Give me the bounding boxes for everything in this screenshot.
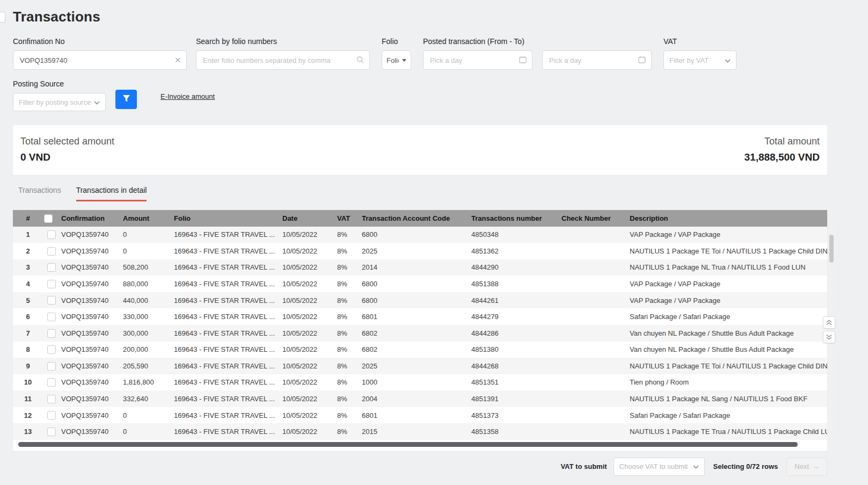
posted-to-input[interactable] bbox=[548, 56, 638, 65]
cell-check_number bbox=[557, 390, 625, 407]
tab-transactions[interactable]: Transactions bbox=[18, 186, 61, 201]
cell-num: 9 bbox=[13, 358, 43, 374]
row-checkbox[interactable] bbox=[47, 378, 56, 387]
cell-amount: 330,000 bbox=[119, 308, 170, 325]
table-scroll-area[interactable]: #ConfirmationAmountFolioDateVATTransacti… bbox=[13, 210, 827, 440]
posting-source-label: Posting Source bbox=[13, 79, 106, 88]
row-checkbox[interactable] bbox=[47, 263, 56, 272]
cell-num: 11 bbox=[13, 390, 43, 407]
row-checkbox-cell bbox=[43, 342, 57, 358]
cell-date: 10/05/2022 bbox=[278, 423, 333, 440]
row-checkbox-cell bbox=[43, 243, 57, 259]
table-row: 5VOPQ1359740440,000169643 - FIVE STAR TR… bbox=[13, 292, 827, 309]
column-header-transactions-number: Transactions number bbox=[467, 210, 557, 227]
cell-vat: 8% bbox=[333, 407, 358, 424]
row-checkbox[interactable] bbox=[47, 313, 56, 321]
cell-check_number bbox=[557, 259, 625, 276]
cell-description: VAP Package / VAP Package bbox=[625, 227, 827, 243]
select-all-checkbox[interactable] bbox=[44, 214, 53, 223]
row-checkbox[interactable] bbox=[47, 362, 56, 371]
cell-folio: 169643 - FIVE STAR TRAVEL ... bbox=[170, 259, 278, 276]
filters-row-2: Posting Source Filter by posting source … bbox=[13, 79, 827, 111]
row-checkbox[interactable] bbox=[47, 428, 56, 436]
row-checkbox-cell bbox=[43, 259, 57, 276]
next-button[interactable]: Next → bbox=[786, 458, 827, 476]
cell-check_number bbox=[557, 423, 625, 440]
row-checkbox-cell bbox=[43, 276, 57, 292]
folio-select[interactable]: Folio bbox=[382, 50, 411, 70]
cell-confirmation: VOPQ1359740 bbox=[57, 308, 119, 325]
cell-confirmation: VOPQ1359740 bbox=[57, 358, 119, 374]
posting-source-field: Posting Source Filter by posting source bbox=[13, 79, 106, 111]
calendar-icon[interactable] bbox=[638, 56, 646, 64]
vertical-scrollbar-thumb[interactable] bbox=[829, 235, 834, 263]
row-checkbox[interactable] bbox=[47, 395, 56, 403]
table-row: 8VOPQ1359740200,000169643 - FIVE STAR TR… bbox=[13, 342, 827, 358]
cell-txn_number: 4850348 bbox=[467, 227, 557, 243]
posted-from-input[interactable] bbox=[429, 56, 519, 65]
cell-vat: 8% bbox=[333, 358, 358, 374]
summary-card: Total selected amount 0 VND Total amount… bbox=[13, 125, 827, 175]
column-header-description: Description bbox=[625, 210, 827, 227]
row-checkbox-cell bbox=[43, 390, 57, 407]
chevron-down-icon bbox=[94, 98, 100, 106]
row-checkbox[interactable] bbox=[47, 329, 56, 338]
vat-field: VAT Filter by VAT bbox=[663, 37, 736, 70]
cell-description: Van chuyen NL Package / Shuttle Bus Adul… bbox=[625, 325, 827, 342]
confirmation-input[interactable] bbox=[19, 56, 174, 65]
tab-transactions-in-detail[interactable]: Transactions in detail bbox=[76, 186, 147, 201]
posting-source-select[interactable]: Filter by posting source bbox=[13, 93, 106, 111]
posted-from-box bbox=[423, 50, 533, 70]
vat-to-submit-select[interactable]: Choose VAT to submit bbox=[614, 458, 705, 476]
vat-to-submit-placeholder: Choose VAT to submit bbox=[619, 462, 688, 470]
cell-description: Safari Package / Safari Package bbox=[625, 407, 827, 424]
transactions-page: Transactions Confimation No ✕ Search by … bbox=[0, 0, 868, 485]
horizontal-scrollbar-thumb[interactable] bbox=[18, 442, 798, 447]
cell-account_code: 6800 bbox=[358, 292, 467, 309]
row-checkbox[interactable] bbox=[47, 280, 56, 288]
cell-txn_number: 4851388 bbox=[467, 276, 557, 292]
cell-vat: 8% bbox=[333, 276, 358, 292]
column-header-vat: VAT bbox=[333, 210, 358, 227]
total-amount-block: Total amount 31,888,500 VND bbox=[745, 136, 820, 163]
cell-vat: 8% bbox=[333, 308, 358, 325]
row-checkbox[interactable] bbox=[47, 296, 56, 305]
einvoice-amount-link[interactable]: E-Invoice amount bbox=[161, 92, 215, 100]
cell-amount: 440,000 bbox=[119, 292, 170, 309]
cell-date: 10/05/2022 bbox=[278, 325, 333, 342]
vat-select[interactable]: Filter by VAT bbox=[663, 50, 736, 70]
row-checkbox-cell bbox=[43, 325, 57, 342]
row-checkbox[interactable] bbox=[47, 345, 56, 354]
cell-date: 10/05/2022 bbox=[278, 407, 333, 424]
search-icon bbox=[356, 56, 364, 64]
cell-num: 6 bbox=[13, 308, 43, 325]
table-body: 1VOPQ13597400169643 - FIVE STAR TRAVEL .… bbox=[13, 227, 827, 440]
cell-amount: 300,000 bbox=[119, 325, 170, 342]
cell-date: 10/05/2022 bbox=[278, 259, 333, 276]
cell-description: NAUTILUS 1 Package NL Sang / NAUTILUS 1 … bbox=[625, 390, 827, 407]
scroll-to-top-button[interactable] bbox=[823, 316, 835, 329]
cell-num: 1 bbox=[13, 227, 43, 243]
row-checkbox[interactable] bbox=[47, 411, 56, 419]
cell-date: 10/05/2022 bbox=[278, 292, 333, 309]
selection-count-text: Selecting 0/72 rows bbox=[713, 462, 778, 470]
cell-amount: 0 bbox=[119, 243, 170, 259]
table-row: 10VOPQ13597401,816,800169643 - FIVE STAR… bbox=[13, 374, 827, 391]
folio-search-input[interactable] bbox=[202, 56, 356, 65]
caret-down-icon bbox=[402, 59, 406, 62]
column-header-confirmation: Confirmation bbox=[57, 210, 119, 227]
cell-num: 2 bbox=[13, 243, 43, 259]
apply-filter-button[interactable] bbox=[115, 90, 137, 109]
cell-date: 10/05/2022 bbox=[278, 342, 333, 358]
cell-date: 10/05/2022 bbox=[278, 243, 333, 259]
row-checkbox-cell bbox=[43, 292, 57, 309]
scroll-to-bottom-button[interactable] bbox=[823, 331, 835, 343]
clear-icon[interactable]: ✕ bbox=[174, 56, 181, 64]
row-checkbox[interactable] bbox=[47, 230, 56, 239]
row-checkbox-cell bbox=[43, 227, 57, 243]
calendar-icon[interactable] bbox=[519, 56, 527, 64]
row-checkbox[interactable] bbox=[47, 247, 56, 256]
folio-search-label: Search by folio numbers bbox=[196, 37, 370, 46]
folio-select-value: Folio bbox=[386, 56, 399, 64]
sidebar-edge-toggle[interactable] bbox=[0, 12, 5, 23]
